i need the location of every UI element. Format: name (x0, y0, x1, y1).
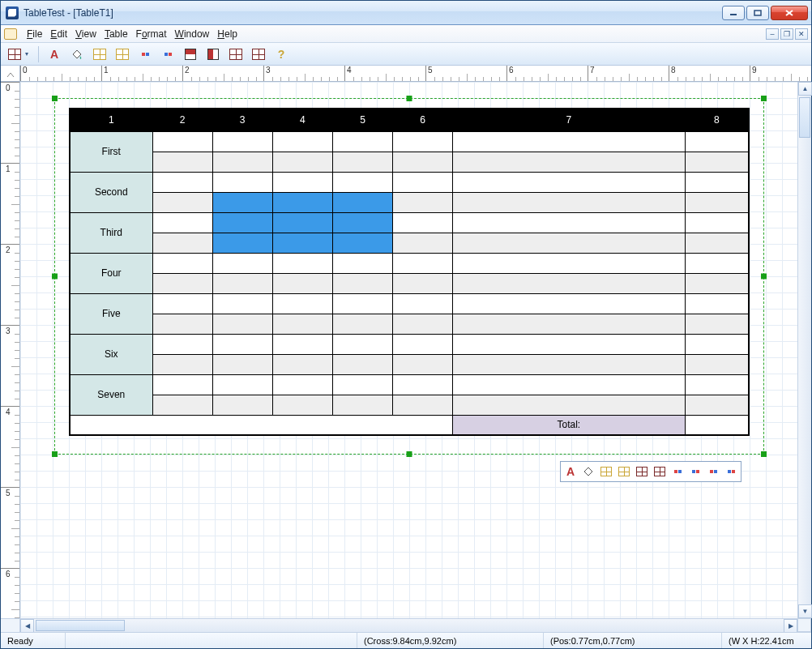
table-cell[interactable] (685, 395, 749, 415)
font-color-icon[interactable]: A (45, 45, 63, 63)
dropdown-icon[interactable]: ▾ (25, 50, 32, 58)
minimize-button[interactable] (722, 6, 745, 20)
scroll-left-button[interactable]: ◀ (20, 619, 34, 633)
table-cell[interactable] (453, 395, 685, 415)
table-cell[interactable] (152, 395, 212, 415)
table-cell[interactable] (332, 192, 392, 212)
column-header[interactable]: 3 (212, 109, 272, 131)
table-cell[interactable] (453, 253, 685, 273)
table-cell[interactable] (272, 273, 332, 293)
table-cell[interactable] (685, 314, 749, 334)
table-cell[interactable] (685, 273, 749, 293)
table-cell[interactable] (332, 354, 392, 374)
table-cell[interactable] (272, 374, 332, 395)
row-label[interactable]: Seven (70, 374, 152, 415)
total-value[interactable] (685, 415, 749, 435)
table-cell[interactable] (152, 212, 212, 233)
mdi-minimize-button[interactable]: – (766, 28, 779, 40)
fill-bucket-icon[interactable] (580, 463, 596, 480)
menu-edit[interactable]: Edit (50, 28, 67, 40)
column-header[interactable]: 4 (272, 109, 332, 131)
table-cell[interactable] (152, 172, 212, 192)
horizontal-scrollbar[interactable]: ◀ ▶ (20, 618, 797, 632)
table-cell[interactable] (152, 273, 212, 293)
table-cell[interactable] (332, 314, 392, 334)
design-table[interactable]: 12345678FirstSecondThirdFourFiveSixSeven… (69, 108, 750, 436)
scroll-up-button[interactable]: ▲ (798, 82, 812, 96)
table-cell[interactable] (152, 233, 212, 253)
scroll-down-button[interactable]: ▼ (798, 604, 812, 618)
table-cell[interactable] (393, 334, 453, 354)
font-color-icon[interactable]: A (562, 463, 579, 480)
table-cell[interactable] (685, 131, 749, 152)
table-props-icon[interactable] (113, 45, 131, 63)
table-cell[interactable] (453, 172, 685, 192)
table-cell[interactable] (685, 212, 749, 233)
table-cell[interactable] (212, 395, 272, 415)
footer-spacer[interactable] (70, 415, 453, 435)
menu-file[interactable]: File (27, 28, 42, 40)
menu-window[interactable]: Window (175, 28, 210, 40)
table-cell[interactable] (453, 152, 685, 172)
table-cell[interactable] (332, 131, 392, 152)
table-cell[interactable] (152, 253, 212, 273)
table-cell[interactable] (393, 273, 453, 293)
table-cell[interactable] (272, 293, 332, 314)
vertical-scrollbar[interactable]: ▲ ▼ (797, 82, 811, 618)
table-cell[interactable] (272, 334, 332, 354)
table-cell[interactable] (393, 253, 453, 273)
hscroll-thumb[interactable] (36, 620, 125, 631)
table-cell[interactable] (152, 131, 212, 152)
table-cell[interactable] (212, 192, 272, 212)
table-cell[interactable] (685, 233, 749, 253)
column-header[interactable]: 6 (393, 109, 453, 131)
table-cell[interactable] (332, 212, 392, 233)
table-cell[interactable] (685, 152, 749, 172)
row-label[interactable]: First (70, 131, 152, 172)
help-icon[interactable]: ? (272, 45, 290, 63)
table-cell[interactable] (453, 233, 685, 253)
fill-bucket-icon[interactable] (68, 45, 86, 63)
table-cell[interactable] (685, 374, 749, 395)
menu-view[interactable]: View (75, 28, 96, 40)
col-right-icon[interactable] (723, 463, 739, 480)
table-cell[interactable] (272, 131, 332, 152)
resize-handle-se[interactable] (761, 451, 767, 457)
scroll-right-button[interactable]: ▶ (784, 619, 797, 633)
resize-handle-w[interactable] (52, 274, 58, 280)
table-cell[interactable] (152, 152, 212, 172)
table-cell[interactable] (393, 152, 453, 172)
table-cell[interactable] (212, 131, 272, 152)
table-props-icon[interactable] (598, 463, 614, 480)
table-cell[interactable] (453, 374, 685, 395)
table-cell[interactable] (212, 314, 272, 334)
table-cell[interactable] (272, 354, 332, 374)
col-left-icon[interactable] (705, 463, 721, 480)
table-grid-icon[interactable] (6, 45, 24, 63)
table-cell[interactable] (212, 172, 272, 192)
resize-handle-nw[interactable] (52, 96, 58, 101)
col-left-icon[interactable] (136, 45, 154, 63)
column-header[interactable]: 5 (332, 109, 392, 131)
row-below-icon[interactable] (204, 45, 222, 63)
row-label[interactable]: Third (70, 212, 152, 253)
table-cell[interactable] (393, 293, 453, 314)
table-cell[interactable] (393, 374, 453, 395)
resize-handle-s[interactable] (407, 451, 412, 457)
insert-table-icon[interactable] (616, 463, 632, 480)
menu-help[interactable]: Help (217, 28, 237, 40)
table-cell[interactable] (212, 233, 272, 253)
row-label[interactable]: Five (70, 293, 152, 334)
col-right-icon[interactable] (159, 45, 177, 63)
table-cell[interactable] (272, 233, 332, 253)
table-cell[interactable] (332, 395, 392, 415)
table-cell[interactable] (685, 293, 749, 314)
table-cell[interactable] (212, 374, 272, 395)
table-cell[interactable] (393, 192, 453, 212)
table-cell[interactable] (453, 192, 685, 212)
table-cell[interactable] (152, 334, 212, 354)
insert-table-icon[interactable] (91, 45, 109, 63)
table-cell[interactable] (272, 212, 332, 233)
table-cell[interactable] (453, 131, 685, 152)
table-cell[interactable] (685, 354, 749, 374)
